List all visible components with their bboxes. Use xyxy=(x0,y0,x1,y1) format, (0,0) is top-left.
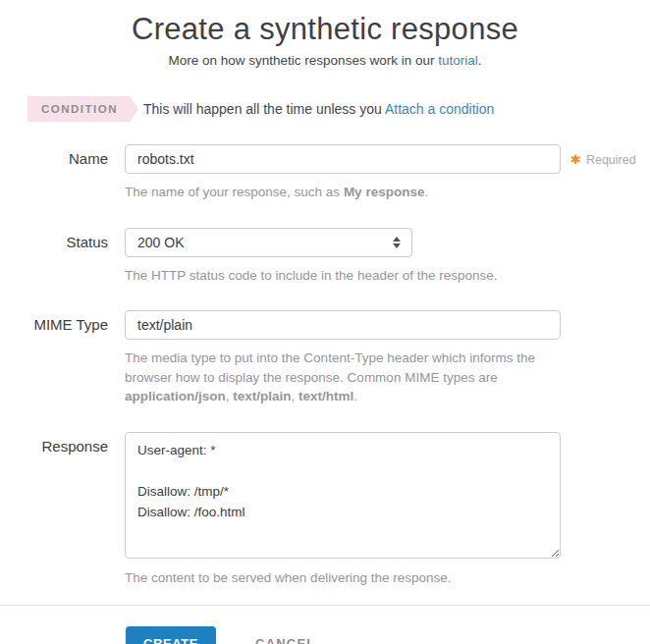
mime-input[interactable] xyxy=(125,310,561,340)
subtitle-period: . xyxy=(478,53,482,68)
condition-badge: CONDITION xyxy=(27,96,130,122)
response-textarea[interactable]: User-agent: * Disallow: /tmp/* Disallow:… xyxy=(125,432,561,559)
name-label: Name xyxy=(0,144,125,202)
mime-help-period: . xyxy=(353,389,357,403)
page-title: Create a synthetic response xyxy=(0,12,650,47)
mime-help-text: The media type to put into the Content-T… xyxy=(125,350,535,385)
attach-condition-link[interactable]: Attach a condition xyxy=(385,101,494,117)
cancel-button[interactable]: CANCEL xyxy=(249,635,321,644)
footer: CREATE CANCEL xyxy=(0,605,650,644)
response-row: Response User-agent: * Disallow: /tmp/* … xyxy=(0,432,650,588)
required-label: Required xyxy=(586,153,636,167)
status-help: The HTTP status code to include in the h… xyxy=(125,266,561,286)
condition-text-static: This will happen all the time unless you xyxy=(143,101,385,117)
name-input[interactable] xyxy=(125,144,561,174)
name-help-period: . xyxy=(424,185,428,199)
response-help: The content to be served when delivering… xyxy=(125,568,561,588)
condition-row: CONDITION This will happen all the time … xyxy=(0,96,650,122)
mime-help-bold-json: application/json xyxy=(125,389,226,403)
required-indicator: ✱Required xyxy=(570,144,636,202)
name-help: The name of your response, such as My re… xyxy=(125,183,561,202)
status-select[interactable]: 200 OK xyxy=(125,228,412,257)
tutorial-link[interactable]: tutorial xyxy=(438,53,478,68)
status-label: Status xyxy=(0,228,125,286)
mime-row: MIME Type The media type to put into the… xyxy=(0,310,650,406)
status-row: Status 200 OK The HTTP status code to in… xyxy=(0,228,650,286)
mime-help: The media type to put into the Content-T… xyxy=(125,349,561,406)
name-help-text: The name of your response, such as xyxy=(125,185,344,199)
mime-label: MIME Type xyxy=(0,310,125,406)
create-button[interactable]: CREATE xyxy=(126,626,216,644)
name-row: Name The name of your response, such as … xyxy=(0,144,650,202)
mime-help-bold-html: text/html xyxy=(298,389,353,403)
condition-text: This will happen all the time unless you… xyxy=(143,101,494,117)
required-asterisk-icon: ✱ xyxy=(570,152,581,167)
subtitle: More on how synthetic responses work in … xyxy=(0,53,650,68)
mime-help-bold-plain: text/plain xyxy=(233,389,291,403)
name-help-bold: My response xyxy=(344,185,425,199)
subtitle-text: More on how synthetic responses work in … xyxy=(169,53,439,68)
status-select-wrap: 200 OK xyxy=(125,228,412,257)
mime-help-sep2: , xyxy=(292,389,299,403)
response-label: Response xyxy=(0,432,125,588)
